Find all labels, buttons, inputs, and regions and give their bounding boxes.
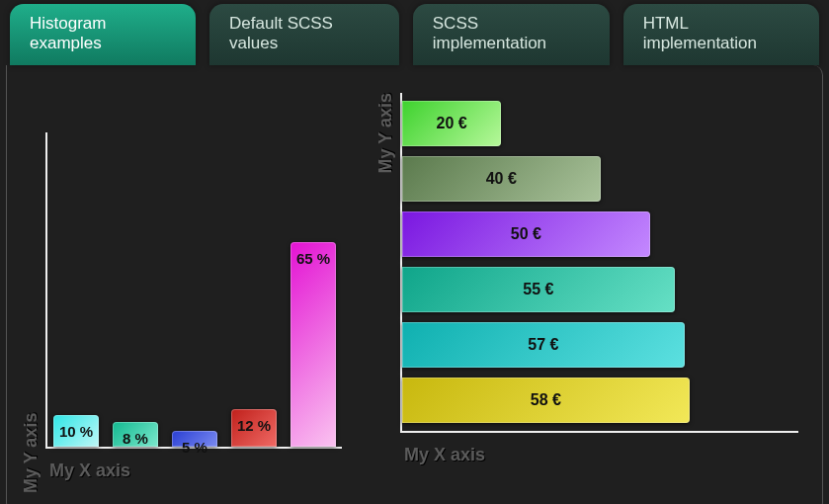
x-axis-label: My X axis — [404, 445, 798, 465]
bar-value-label: 10 % — [59, 423, 93, 440]
tab-2[interactable]: SCSS implementation — [413, 4, 610, 65]
bar: 58 € — [402, 378, 690, 423]
bar-value-label: 50 € — [511, 225, 541, 243]
y-axis-label: My Y axis — [17, 93, 45, 493]
bar: 57 € — [402, 322, 685, 368]
bar: 50 € — [402, 211, 650, 257]
bar-value-label: 55 € — [523, 281, 553, 298]
tab-bar: Histogram examplesDefault SCSS valuesSCS… — [0, 0, 829, 65]
x-axis-label: My X axis — [49, 461, 342, 481]
bar: 12 % — [231, 409, 277, 447]
bar-value-label: 40 € — [486, 170, 517, 188]
horizontal-bar-chart: My Y axis 20 €40 €50 €55 €57 €58 € My X … — [372, 93, 798, 493]
bar: 55 € — [402, 267, 675, 312]
bar-value-label: 58 € — [531, 391, 561, 409]
vertical-bar-chart: My Y axis 10 %8 %5 %12 %65 % My X axis — [17, 93, 342, 493]
bar-value-label: 57 € — [528, 336, 558, 354]
bar: 65 % — [290, 242, 336, 447]
tab-3[interactable]: HTML implementation — [623, 4, 819, 65]
y-axis-label: My Y axis — [372, 93, 400, 173]
chart-plot-area: 20 €40 €50 €55 €57 €58 € — [400, 93, 798, 433]
bar: 5 % — [172, 431, 217, 447]
bar-value-label: 5 % — [182, 439, 207, 456]
tab-0[interactable]: Histogram examples — [10, 4, 196, 65]
bar-value-label: 65 % — [296, 250, 330, 267]
tab-1[interactable]: Default SCSS values — [209, 4, 399, 65]
bar: 8 % — [113, 422, 158, 447]
tab-panel: My Y axis 10 %8 %5 %12 %65 % My X axis M… — [6, 65, 823, 504]
bar-value-label: 8 % — [123, 430, 148, 447]
bar-value-label: 20 € — [437, 115, 467, 132]
bar: 40 € — [402, 156, 601, 202]
bar: 10 % — [53, 415, 99, 447]
bar: 20 € — [402, 101, 501, 146]
chart-plot-area: 10 %8 %5 %12 %65 % — [45, 132, 342, 449]
bar-value-label: 12 % — [237, 417, 271, 434]
